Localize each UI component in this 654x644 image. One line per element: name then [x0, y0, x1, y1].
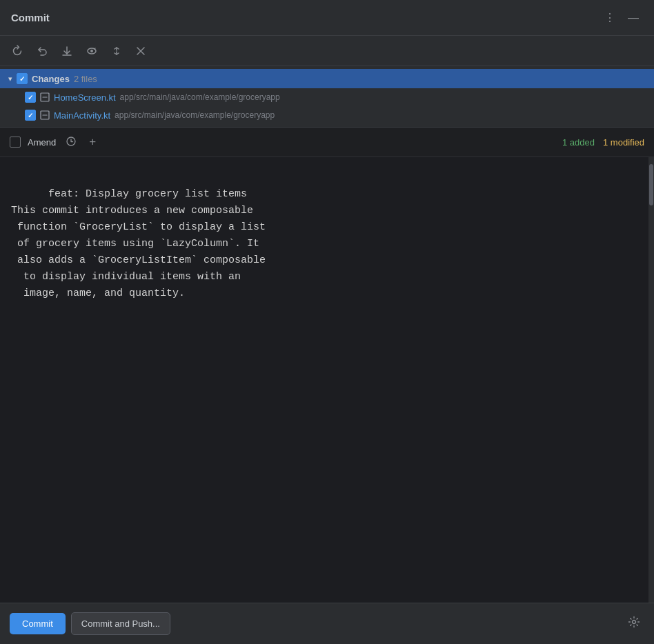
file-homescreen[interactable]: HomeScreen.kt app/src/main/java/com/exam… [0, 88, 654, 106]
title-bar-right: ⋮ — [600, 10, 643, 26]
action-bar: Commit Commit and Push... [0, 603, 654, 644]
svg-point-2 [90, 50, 93, 52]
mainactivity-checkbox[interactable] [25, 110, 36, 121]
stat-added: 1 added [562, 137, 595, 148]
homescreen-filename: HomeScreen.kt [54, 92, 116, 103]
changes-label: Changes [32, 74, 70, 84]
amend-row: Amend + 1 added 1 modified [0, 128, 654, 157]
homescreen-path: app/src/main/java/com/example/groceryapp [120, 92, 280, 102]
action-right [624, 613, 644, 634]
amend-label: Amend [28, 137, 56, 148]
more-options-button[interactable]: ⋮ [600, 10, 620, 26]
scrollbar-thumb[interactable] [649, 164, 653, 205]
scrollbar-track[interactable] [648, 157, 654, 603]
svg-point-10 [633, 621, 636, 624]
title-bar-left: Commit [11, 12, 50, 23]
settings-gear-button[interactable] [624, 613, 644, 634]
modified-file-icon [40, 92, 50, 102]
changes-group-header[interactable]: ▾ Changes 2 files [0, 69, 654, 88]
amend-right: 1 added 1 modified [562, 137, 644, 148]
undo-button[interactable] [33, 43, 51, 59]
amend-clock-button[interactable] [63, 135, 79, 150]
stat-modified: 1 modified [603, 137, 644, 148]
close-toolbar-button[interactable] [132, 44, 149, 58]
changes-count: 2 files [74, 74, 97, 84]
commit-message-editor[interactable]: feat: Display grocery list items This co… [0, 157, 654, 603]
minimize-button[interactable]: — [624, 10, 643, 26]
file-mainactivity[interactable]: MainActivity.kt app/src/main/java/com/ex… [0, 106, 654, 124]
mainactivity-filename: MainActivity.kt [54, 110, 110, 121]
title-bar: Commit ⋮ — [0, 0, 654, 36]
modified-file-icon-2 [40, 110, 50, 120]
download-button[interactable] [58, 43, 76, 59]
amend-left: Amend + [10, 134, 99, 150]
action-left: Commit Commit and Push... [10, 612, 170, 635]
mainactivity-path: app/src/main/java/com/example/groceryapp [115, 110, 275, 120]
commit-message-body: This commit introduces a new composable … [11, 205, 266, 299]
chevron-down-icon: ▾ [8, 74, 12, 83]
changes-checkbox[interactable] [17, 73, 28, 84]
amend-add-button[interactable]: + [86, 134, 99, 150]
commit-message-text: feat: Display grocery list items This co… [11, 170, 643, 319]
eye-button[interactable] [83, 43, 101, 59]
commit-message-title: feat: Display grocery list items [48, 188, 247, 200]
commit-button[interactable]: Commit [10, 613, 66, 634]
expand-button[interactable] [108, 43, 126, 59]
homescreen-checkbox[interactable] [25, 92, 36, 103]
refresh-button[interactable] [8, 43, 26, 59]
commit-and-push-button[interactable]: Commit and Push... [71, 612, 170, 635]
window-title: Commit [11, 12, 50, 23]
amend-checkbox[interactable] [10, 137, 21, 148]
commit-window: Commit ⋮ — [0, 0, 654, 644]
toolbar [0, 36, 654, 66]
file-tree: ▾ Changes 2 files HomeScreen.kt app/src/… [0, 66, 654, 128]
